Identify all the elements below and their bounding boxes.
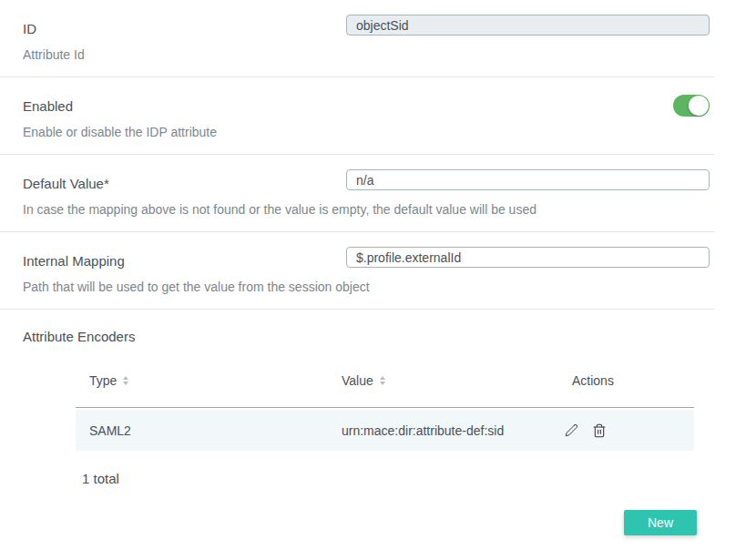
field-row-id: ID Attribute Id bbox=[0, 0, 715, 77]
default-value-input[interactable] bbox=[346, 169, 710, 190]
idp-attribute-form: ID Attribute Id Enabled Enable or disabl… bbox=[0, 0, 715, 535]
delete-button[interactable] bbox=[592, 423, 607, 438]
column-header-type[interactable]: Type bbox=[76, 362, 328, 407]
button-bar: New bbox=[23, 510, 715, 535]
row-type-cell: SAML2 bbox=[76, 423, 328, 438]
row-value-cell: urn:mace:dir:attribute-def:sid bbox=[328, 423, 558, 438]
default-value-help-text: In case the mapping above is not found o… bbox=[23, 200, 715, 219]
row-actions-cell bbox=[558, 423, 694, 438]
field-row-enabled: Enabled Enable or disable the IDP attrib… bbox=[0, 77, 715, 155]
column-header-value[interactable]: Value bbox=[328, 362, 558, 407]
attribute-encoders-section: Attribute Encoders Type Value Actions SA… bbox=[0, 310, 715, 535]
row-count-label: 1 total bbox=[82, 471, 715, 486]
id-label: ID bbox=[23, 15, 346, 39]
encoders-table-header: Type Value Actions bbox=[76, 362, 694, 408]
sort-arrows-icon[interactable] bbox=[380, 376, 385, 385]
field-row-default-value: Default Value* In case the mapping above… bbox=[0, 155, 715, 232]
internal-mapping-help-text: Path that will be used to get the value … bbox=[23, 278, 715, 296]
sort-arrows-icon[interactable] bbox=[123, 376, 128, 385]
enabled-help-text: Enable or disable the IDP attribute bbox=[23, 123, 715, 141]
pencil-icon bbox=[565, 423, 578, 437]
default-value-label: Default Value* bbox=[23, 169, 346, 194]
actions-column-label: Actions bbox=[572, 373, 614, 388]
column-header-actions: Actions bbox=[558, 362, 694, 407]
toggle-knob bbox=[689, 96, 709, 116]
encoders-table: Type Value Actions SAML2 urn:mace:dir:at… bbox=[76, 362, 694, 451]
type-column-label: Type bbox=[89, 373, 117, 388]
value-column-label: Value bbox=[342, 373, 373, 388]
edit-button[interactable] bbox=[565, 423, 578, 437]
enabled-label: Enabled bbox=[23, 92, 346, 117]
field-row-internal-mapping: Internal Mapping Path that will be used … bbox=[0, 232, 715, 310]
id-input[interactable] bbox=[346, 15, 710, 36]
table-row: SAML2 urn:mace:dir:attribute-def:sid bbox=[76, 410, 694, 451]
enabled-toggle[interactable] bbox=[673, 95, 710, 117]
trash-icon bbox=[592, 423, 607, 438]
attribute-encoders-title: Attribute Encoders bbox=[23, 329, 715, 344]
internal-mapping-input[interactable] bbox=[346, 247, 710, 268]
internal-mapping-label: Internal Mapping bbox=[23, 247, 346, 271]
new-button[interactable]: New bbox=[624, 510, 697, 535]
id-help-text: Attribute Id bbox=[23, 46, 715, 64]
